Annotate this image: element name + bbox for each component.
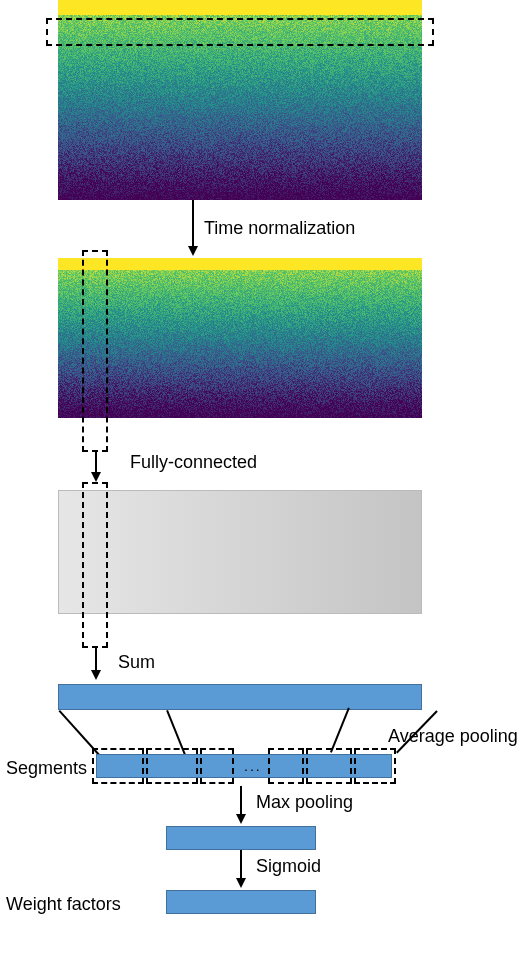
label-sigmoid: Sigmoid bbox=[256, 856, 321, 877]
arrow-fully-connected-head bbox=[91, 472, 101, 482]
label-weight-factors: Weight factors bbox=[6, 894, 121, 915]
dashed-row-selector bbox=[46, 18, 434, 46]
segment-box-2 bbox=[146, 748, 198, 784]
label-segments: Segments bbox=[6, 758, 87, 779]
arrow-time-norm-head bbox=[188, 246, 198, 256]
weight-factors-bar bbox=[166, 890, 316, 914]
feature-map-block bbox=[58, 490, 422, 614]
segment-box-1 bbox=[92, 748, 144, 784]
arrow-sum-head bbox=[91, 670, 101, 680]
pooled-bar bbox=[166, 826, 316, 850]
segment-box-6 bbox=[354, 748, 396, 784]
label-max-pooling: Max pooling bbox=[256, 792, 353, 813]
segment-box-5 bbox=[306, 748, 352, 784]
segments-ellipsis: ... bbox=[244, 758, 262, 774]
dashed-column-selector-spec bbox=[82, 250, 108, 452]
segment-box-4 bbox=[268, 748, 304, 784]
vector-bar bbox=[58, 684, 422, 710]
label-time-normalization: Time normalization bbox=[204, 218, 355, 239]
arrow-max-pooling bbox=[240, 786, 242, 816]
spectrogram-normalized bbox=[58, 258, 422, 418]
dashed-column-selector-feat bbox=[82, 482, 108, 648]
arrow-sigmoid bbox=[240, 850, 242, 880]
arrow-sigmoid-head bbox=[236, 878, 246, 888]
arrow-time-norm bbox=[192, 200, 194, 248]
arrow-sum bbox=[95, 648, 97, 672]
arrow-max-pooling-head bbox=[236, 814, 246, 824]
diag-right-1 bbox=[330, 707, 349, 752]
segment-box-3 bbox=[200, 748, 234, 784]
arrow-fully-connected bbox=[95, 452, 97, 474]
label-average-pooling: Average pooling bbox=[388, 726, 518, 747]
label-sum: Sum bbox=[118, 652, 155, 673]
label-fully-connected: Fully-connected bbox=[130, 452, 257, 473]
